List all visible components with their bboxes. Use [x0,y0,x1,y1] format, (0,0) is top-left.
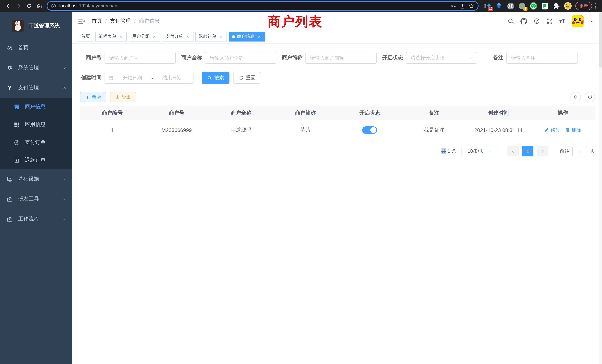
merchant-short-input[interactable] [305,52,377,64]
total-count: 共 1 条 [441,148,456,155]
search-button[interactable]: 搜索 [202,72,229,84]
sidebar-item-pay-order[interactable]: 支付订单 [0,133,72,151]
url-host: localhost [59,3,78,9]
user-avatar[interactable] [572,15,584,27]
avatar-dropdown-caret[interactable] [590,21,593,23]
toggle-search-icon[interactable] [570,92,581,102]
share-icon[interactable] [458,2,467,10]
search-icon[interactable] [507,18,514,24]
sidebar-item-pay[interactable]: ¥ 支付管理 [0,78,72,98]
tab-home[interactable]: 首页 [78,32,93,41]
tab-pay-order[interactable]: 支付订单× [162,32,194,41]
col-header: 备注 [402,106,466,120]
delete-link[interactable]: 删除 [565,127,581,133]
ext-y-icon[interactable]: y [530,2,537,10]
browser-reload-button[interactable] [24,1,34,11]
cell-create-time: 2021-10-23 08:31:14 [466,120,531,140]
browser-profile-avatar[interactable] [564,2,572,10]
chevron-down-icon [62,217,66,221]
current-page-button[interactable]: 1 [522,146,533,156]
font-size-icon[interactable]: TT [559,18,565,24]
close-icon[interactable]: × [185,34,190,39]
breadcrumb-home[interactable]: 首页 [92,18,102,24]
goto-page-input[interactable] [572,146,587,156]
end-date-placeholder[interactable]: 结束日期 [154,75,190,81]
next-page-button[interactable] [537,146,548,156]
prev-page-button[interactable] [507,146,519,156]
export-button[interactable]: 导出 [110,92,136,102]
refresh-icon[interactable] [585,92,595,102]
sidebar-item-infra[interactable]: 基础设施 [0,169,72,189]
url-bar[interactable]: localhost:1024/pay/merchant [47,1,479,11]
ext-badge: 10 [488,7,493,11]
calendar-icon [108,75,113,80]
filter-row-2: 创建时间 开始日期 - 结束日期 搜索 [80,72,595,84]
close-icon[interactable]: × [218,34,224,39]
ext-command-icon[interactable] [507,2,514,10]
start-date-placeholder[interactable]: 开始日期 [114,75,151,81]
ext-gem-icon[interactable] [495,2,503,10]
tab-user-group[interactable]: 用户分组× [129,32,160,41]
browser-back-button[interactable] [3,1,13,11]
status-toggle[interactable] [362,126,377,134]
remark-input[interactable] [506,52,578,64]
field-merchant-name: 商户全称 [181,52,276,64]
tags-view-bar: 首页 流程表单× 用户分组× 支付订单× 退款订单× 商户信息× [72,30,599,43]
ext-notes-icon[interactable] [541,2,549,10]
add-button[interactable]: 新增 [80,92,106,102]
ext-diamond-icon[interactable]: 10 [484,2,491,10]
page-scrollbar[interactable] [599,12,602,364]
field-label: 创建时间 [80,75,102,81]
browser-forward-button[interactable] [13,1,24,11]
edit-link[interactable]: 修改 [544,127,560,133]
yen-circle-icon [13,139,20,146]
close-icon[interactable]: × [118,34,123,39]
field-merchant-no: 商户号 [80,52,176,64]
app: 芋道管理系统 首页 系统管理 ¥ 支付管理 [0,12,602,364]
password-key-icon[interactable] [449,2,458,10]
tab-process-form[interactable]: 流程表单× [95,32,127,41]
browser-home-button[interactable] [34,1,44,11]
screen: localhost:1024/pay/merchant 10 [0,0,602,364]
col-header: 开启状态 [337,106,402,120]
sidebar-collapse-icon[interactable] [78,17,85,25]
sidebar-item-label: 研发工具 [18,196,39,202]
reset-button[interactable]: 重置 [233,72,261,84]
briefcase-icon [6,216,13,222]
tab-refund-order[interactable]: 退款订单× [195,32,227,41]
create-time-range-picker[interactable]: 开始日期 - 结束日期 [105,72,194,84]
tab-merchant-info[interactable]: 商户信息× [229,32,265,41]
sidebar-item-merchant-info[interactable]: 商户信息 [0,98,72,116]
url-text[interactable]: localhost:1024/pay/merchant [59,3,449,9]
close-icon[interactable]: × [152,34,157,39]
browser-update-button[interactable]: 更新 [575,2,592,10]
fullscreen-icon[interactable] [546,18,553,24]
browser-menu-icon[interactable] [592,3,599,9]
sidebar-item-home[interactable]: 首页 [0,38,72,58]
page-size-select[interactable]: 10条/页 [462,146,498,156]
selected-text: 共 [441,148,446,154]
logo-bunny-image [12,20,24,32]
site-info-icon[interactable] [50,2,57,10]
sidebar-item-workflow[interactable]: 工作流程 [0,209,72,229]
sidebar-item-system[interactable]: 系统管理 [0,58,72,78]
sidebar-item-app-info[interactable]: 应用信息 [0,116,72,133]
chevron-down-icon [488,149,492,153]
breadcrumb-pay[interactable]: 支付管理 [110,18,131,24]
status-select[interactable]: 请选择开启状态 [406,52,477,64]
ext-recorder-icon[interactable]: 1 [518,2,526,10]
cell-merchant-no: M233666999 [144,120,209,140]
scrollbar-thumb[interactable] [599,12,602,68]
cell-name: 芋道源码 [209,120,273,140]
merchant-name-input[interactable] [205,52,276,64]
cell-status [337,120,402,140]
github-icon[interactable] [520,18,527,24]
help-icon[interactable] [533,18,540,24]
extensions-puzzle-icon[interactable] [553,2,560,10]
close-icon[interactable]: × [257,34,262,39]
bookmark-star-icon[interactable] [467,2,476,10]
sidebar-item-devtools[interactable]: 研发工具 [0,189,72,209]
sidebar-item-refund-order[interactable]: 退款订单 [0,151,72,169]
sidebar-item-label: 系统管理 [18,64,39,71]
merchant-no-input[interactable] [105,52,176,64]
